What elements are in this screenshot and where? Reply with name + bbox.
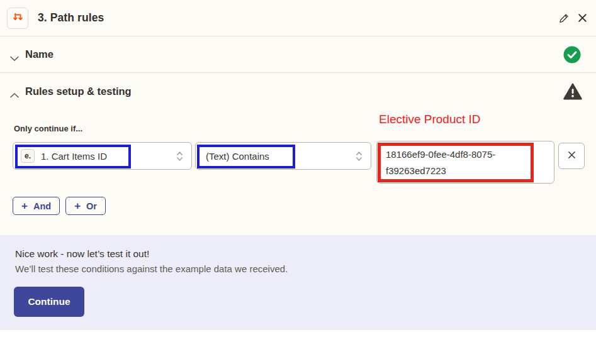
panel-header: 3. Path rules — [0, 0, 596, 36]
condition-operator-value: (Text) Contains — [206, 151, 269, 162]
add-or-condition-button[interactable]: + Or — [65, 197, 106, 215]
warning-triangle-icon — [563, 83, 581, 101]
section-rules-header[interactable]: Rules setup & testing — [0, 74, 596, 110]
page-title: 3. Path rules — [38, 11, 104, 25]
annotation-elective-product-id: Elective Product ID — [379, 113, 481, 126]
chevron-down-icon — [10, 52, 19, 63]
test-info-panel: Nice work - now let’s test it out! We’ll… — [0, 235, 596, 330]
success-check-icon — [563, 46, 581, 63]
condition-logic-buttons: + And + Or — [13, 197, 106, 215]
select-caret-icon — [176, 150, 183, 165]
plus-icon: + — [21, 201, 28, 211]
pencil-icon — [558, 13, 570, 26]
add-and-condition-button[interactable]: + And — [13, 197, 60, 215]
test-panel-title: Nice work - now let’s test it out! — [15, 248, 149, 260]
condition-operator-select[interactable]: (Text) Contains — [195, 142, 371, 170]
paths-app-icon-box — [7, 8, 28, 29]
path-split-icon — [12, 11, 24, 26]
only-continue-if-label: Only continue if... — [14, 124, 82, 133]
continue-button[interactable]: Continue — [14, 287, 84, 317]
section-name-label: Name — [25, 48, 53, 60]
remove-condition-button[interactable] — [558, 143, 585, 169]
plus-icon: + — [74, 201, 81, 211]
section-rules-label: Rules setup & testing — [25, 85, 132, 97]
edit-title-button[interactable] — [557, 12, 571, 26]
close-panel-button[interactable] — [575, 12, 589, 26]
condition-field-value: 1. Cart Items ID — [41, 151, 107, 162]
or-button-label: Or — [86, 201, 97, 211]
test-panel-subtitle: We’ll test these conditions against the … — [15, 263, 288, 274]
condition-field-select[interactable]: e. 1. Cart Items ID — [13, 142, 192, 170]
elective-app-badge-icon: e. — [21, 149, 35, 163]
select-caret-icon — [356, 150, 363, 165]
section-name-header[interactable]: Name — [0, 36, 596, 73]
and-button-label: And — [33, 201, 51, 211]
close-icon — [577, 13, 588, 25]
remove-x-icon — [567, 150, 576, 162]
condition-value-text: 18166ef9-0fee-4df8-8075-f39263ed7223 — [386, 149, 495, 176]
condition-value-input[interactable]: 18166ef9-0fee-4df8-8075-f39263ed7223 — [376, 141, 554, 184]
chevron-up-icon — [10, 89, 19, 101]
